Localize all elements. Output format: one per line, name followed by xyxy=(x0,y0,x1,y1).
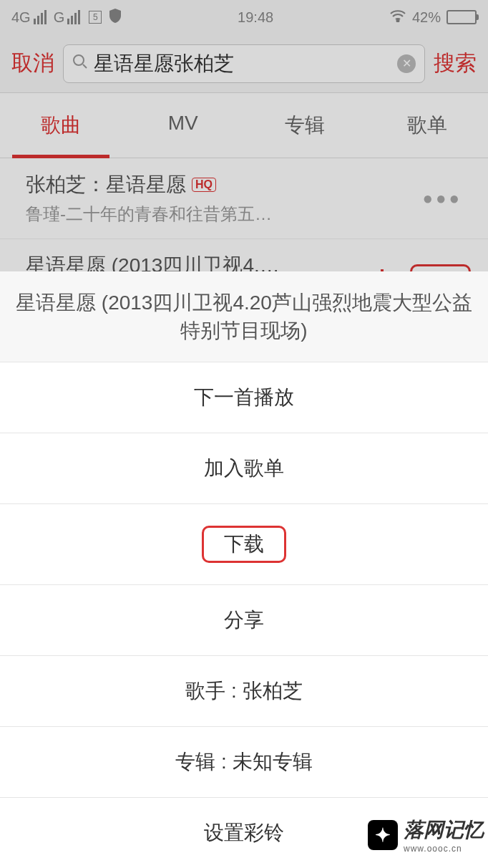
search-header: 取消 星语星愿张柏芝 ✕ 搜索 xyxy=(0,34,488,93)
status-time: 19:48 xyxy=(238,9,273,26)
svg-point-0 xyxy=(396,19,399,21)
menu-add-playlist[interactable]: 加入歌单 xyxy=(0,433,488,504)
svg-point-1 xyxy=(74,55,84,65)
signal-bars-1 xyxy=(34,10,47,24)
signal-bars-2 xyxy=(67,10,80,24)
search-box[interactable]: 星语星愿张柏芝 ✕ xyxy=(63,44,425,83)
menu-artist[interactable]: 歌手 : 张柏芝 xyxy=(0,656,488,727)
action-sheet: 星语星愿 (2013四川卫视4.20芦山强烈地震大型公益特别节目现场) 下一首播… xyxy=(0,271,488,868)
network-4g: 4G xyxy=(11,9,31,26)
tab-songs[interactable]: 歌曲 xyxy=(0,93,122,158)
battery-percent: 42% xyxy=(412,9,441,26)
tab-mv[interactable]: MV xyxy=(122,93,245,158)
tab-album[interactable]: 专辑 xyxy=(244,93,366,158)
status-right: 42% xyxy=(389,9,477,26)
watermark-main: 落网记忆 xyxy=(404,816,484,844)
hq-badge: HQ xyxy=(192,178,216,192)
network-g: G xyxy=(54,9,65,26)
menu-play-next[interactable]: 下一首播放 xyxy=(0,362,488,433)
tabs: 歌曲 MV 专辑 歌单 xyxy=(0,93,488,158)
search-icon xyxy=(72,54,88,74)
battery-icon xyxy=(446,10,477,24)
svg-line-2 xyxy=(83,64,87,68)
clear-icon[interactable]: ✕ xyxy=(397,54,416,73)
menu-share[interactable]: 分享 xyxy=(0,585,488,656)
watermark-sub: www.oooc.cn xyxy=(404,844,484,854)
sim-icon: 5 xyxy=(89,11,102,24)
status-bar: 4G G 5 19:48 42% xyxy=(0,0,488,34)
wifi-icon xyxy=(389,9,406,26)
menu-album[interactable]: 专辑 : 未知专辑 xyxy=(0,727,488,798)
watermark-text: 落网记忆 www.oooc.cn xyxy=(404,816,484,854)
search-button[interactable]: 搜索 xyxy=(434,49,477,78)
song-info: 张柏芝：星语星愿 HQ 鲁瑾-二十年的青春和往昔第五… xyxy=(26,171,414,226)
song-title: 张柏芝：星语星愿 xyxy=(26,171,186,198)
shield-icon xyxy=(109,9,122,26)
watermark: ✦ 落网记忆 www.oooc.cn xyxy=(368,816,484,854)
status-left: 4G G 5 xyxy=(11,9,122,26)
song-title-row: 张柏芝：星语星愿 HQ xyxy=(26,171,414,198)
tab-playlist[interactable]: 歌单 xyxy=(366,93,489,158)
menu-download[interactable]: 下载 xyxy=(0,504,488,585)
sheet-title: 星语星愿 (2013四川卫视4.20芦山强烈地震大型公益特别节目现场) xyxy=(0,271,488,362)
search-input[interactable]: 星语星愿张柏芝 xyxy=(94,50,397,77)
watermark-icon: ✦ xyxy=(368,820,398,850)
download-label: 下载 xyxy=(202,526,286,563)
more-button[interactable]: ●●● xyxy=(414,185,472,211)
cancel-button[interactable]: 取消 xyxy=(11,49,54,78)
song-subtitle: 鲁瑾-二十年的青春和往昔第五… xyxy=(26,203,414,226)
song-item[interactable]: 张柏芝：星语星愿 HQ 鲁瑾-二十年的青春和往昔第五… ●●● xyxy=(0,158,488,239)
